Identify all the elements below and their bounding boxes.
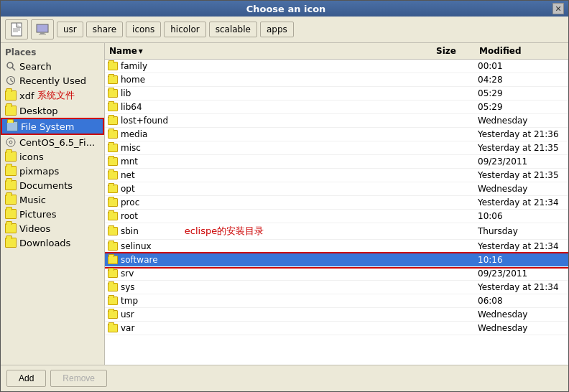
sidebar-item-pictures-label: Pictures (19, 209, 56, 220)
folder-icon (108, 157, 118, 166)
file-list[interactable]: family00:01home04:28lib05:29lib6405:29lo… (105, 60, 568, 365)
file-name-col: proc (105, 197, 432, 208)
table-row[interactable]: optWednesday (105, 182, 568, 196)
table-row[interactable]: miscYesterday at 21:35 (105, 141, 568, 155)
table-row[interactable]: netYesterday at 21:35 (105, 169, 568, 182)
file-modified-col: Yesterday at 21:34 (475, 282, 568, 292)
file-modified-col: 10:06 (475, 211, 568, 221)
sidebar-item-xdf[interactable]: xdf系统文件 (1, 88, 104, 103)
file-name-label: software (121, 255, 158, 265)
window-title: Choose an icon (19, 4, 552, 14)
file-modified-col: Wednesday (475, 184, 568, 194)
folder-icon-documents (5, 179, 17, 191)
table-row[interactable]: home04:28 (105, 73, 568, 87)
file-name-col: sbineclispe的安装目录 (105, 224, 432, 238)
add-button[interactable]: Add (6, 370, 46, 387)
tab-icons[interactable]: icons (126, 22, 161, 37)
tab-usr[interactable]: usr (57, 22, 83, 37)
file-name-label: root (121, 211, 138, 221)
table-row[interactable]: sbineclispe的安装目录Thursday (105, 223, 568, 240)
header-name[interactable]: Name ▾ (105, 45, 432, 57)
toolbar: usr share icons hicolor scalable apps (1, 17, 568, 43)
folder-icon (108, 269, 118, 278)
file-name-col: mnt (105, 156, 432, 167)
file-modified-col: Yesterday at 21:34 (475, 197, 568, 207)
folder-icon-videos (5, 223, 17, 234)
disc-icon (5, 136, 17, 148)
table-row[interactable]: varWednesday (105, 322, 568, 335)
table-row[interactable]: selinuxYesterday at 21:34 (105, 240, 568, 253)
sidebar-item-recently-used[interactable]: Recently Used (1, 73, 104, 88)
sidebar-item-search[interactable]: Search (1, 59, 104, 73)
sidebar-item-documents-label: Documents (19, 180, 73, 191)
file-name-label: sbin (121, 226, 139, 236)
table-row[interactable]: sysYesterday at 21:34 (105, 281, 568, 294)
folder-icon (108, 75, 118, 84)
file-modified-col: Yesterday at 21:34 (475, 241, 568, 251)
folder-icon (108, 185, 118, 193)
table-row[interactable]: usrWednesday (105, 308, 568, 322)
file-modified-col: Yesterday at 21:35 (475, 170, 568, 180)
folder-icon (108, 171, 118, 179)
monitor-icon-button[interactable] (31, 19, 54, 39)
table-row[interactable]: srv09/23/2011 (105, 267, 568, 281)
svg-point-12 (6, 138, 15, 146)
table-row[interactable]: root10:06 (105, 210, 568, 223)
file-name-col: selinux (105, 241, 432, 252)
folder-icon-downloads (5, 237, 17, 248)
sidebar-item-pixmaps-label: pixmaps (19, 166, 59, 177)
folder-icon (108, 297, 118, 305)
header-size[interactable]: Size (432, 45, 475, 57)
close-button[interactable]: ✕ (552, 3, 564, 14)
folder-icon-pixmaps (5, 165, 17, 177)
tab-scalable[interactable]: scalable (209, 22, 257, 37)
table-row[interactable]: lost+foundWednesday (105, 114, 568, 128)
file-name-label: family (121, 61, 147, 71)
sidebar-item-videos-label: Videos (19, 223, 50, 234)
table-row[interactable]: mnt09/23/2011 (105, 155, 568, 169)
folder-icon (108, 324, 118, 332)
sidebar-item-downloads[interactable]: Downloads (1, 235, 104, 250)
sidebar-item-file-system[interactable]: File System (1, 118, 104, 135)
file-name-col: root (105, 210, 432, 222)
file-name-label: lib64 (121, 102, 142, 112)
sidebar-item-search-label: Search (19, 61, 52, 72)
table-row[interactable]: mediaYesterday at 21:36 (105, 128, 568, 141)
folder-icon-xdf (5, 90, 17, 101)
file-list-header: Name ▾ Size Modified (105, 43, 568, 60)
eclipse-annotation: eclispe的安装目录 (185, 225, 264, 238)
file-name-label: usr (121, 309, 134, 319)
header-modified[interactable]: Modified (475, 45, 568, 57)
clock-icon (5, 75, 17, 86)
sidebar-item-centos[interactable]: CentOS_6.5_Fi... (1, 135, 104, 149)
folder-icon (108, 116, 118, 125)
file-icon-button[interactable] (5, 19, 28, 39)
file-modified-col: Thursday (475, 226, 568, 236)
xdf-annotation: 系统文件 (37, 89, 75, 102)
tab-share[interactable]: share (86, 22, 123, 37)
sidebar-item-icons[interactable]: icons (1, 149, 104, 164)
monitor-icon (35, 22, 50, 37)
remove-button[interactable]: Remove (50, 370, 107, 387)
tab-apps[interactable]: apps (260, 22, 294, 37)
table-row[interactable]: lib05:29 (105, 87, 568, 101)
sidebar-item-pictures[interactable]: Pictures (1, 207, 104, 221)
table-row[interactable]: software10:16 (105, 253, 568, 267)
tab-hicolor[interactable]: hicolor (164, 22, 206, 37)
sidebar-item-icons-label: icons (19, 151, 44, 162)
folder-icon-music (5, 194, 17, 205)
file-name-col: var (105, 322, 432, 334)
file-name-col: lib64 (105, 101, 432, 113)
file-modified-col: Yesterday at 21:36 (475, 129, 568, 139)
sidebar-item-music[interactable]: Music (1, 192, 104, 207)
table-row[interactable]: procYesterday at 21:34 (105, 196, 568, 210)
file-name-label: selinux (121, 241, 152, 251)
sidebar-item-desktop[interactable]: Desktop (1, 103, 104, 118)
sidebar-item-documents[interactable]: Documents (1, 178, 104, 192)
file-name-col: family (105, 60, 432, 72)
table-row[interactable]: family00:01 (105, 60, 568, 73)
table-row[interactable]: tmp06:08 (105, 294, 568, 308)
table-row[interactable]: lib6405:29 (105, 101, 568, 114)
sidebar-item-videos[interactable]: Videos (1, 221, 104, 235)
sidebar-item-pixmaps[interactable]: pixmaps (1, 164, 104, 178)
